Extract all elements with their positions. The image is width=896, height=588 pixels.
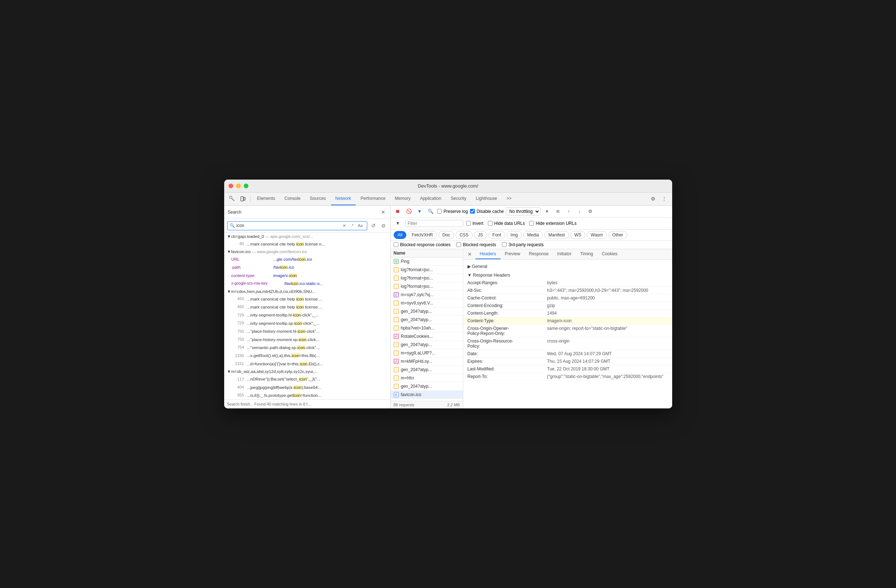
preserve-log-checkbox[interactable] bbox=[437, 209, 442, 213]
type-btn-ws[interactable]: WS bbox=[570, 231, 585, 239]
filter-input[interactable] bbox=[408, 221, 451, 226]
clear-results-button[interactable]: ⊘ bbox=[379, 222, 387, 230]
tab-more[interactable]: >> bbox=[502, 192, 516, 205]
search-result-117[interactable]: 117 ...nDReve"));Bw.set("select_icon",_J… bbox=[224, 375, 390, 383]
clear-network-button[interactable]: 🚫 bbox=[405, 207, 413, 216]
record-stop-button[interactable]: ⏹ bbox=[394, 207, 402, 216]
network-settings-icon[interactable]: ⚙ bbox=[586, 207, 595, 216]
request-m-syg9[interactable]: m=syg9,aLUfP?... bbox=[391, 349, 463, 357]
throttle-dropdown-icon[interactable]: ▾ bbox=[542, 207, 551, 216]
device-toolbar-icon[interactable] bbox=[238, 194, 248, 204]
details-tab-timing[interactable]: Timing bbox=[576, 249, 597, 259]
request-gen204-4[interactable]: gen_204?atyp... bbox=[391, 366, 463, 374]
tab-security[interactable]: Security bbox=[446, 192, 471, 205]
tab-memory[interactable]: Memory bbox=[390, 192, 414, 205]
tab-console[interactable]: Console bbox=[280, 192, 305, 205]
request-log3[interactable]: log?format=jso... bbox=[391, 282, 463, 291]
type-btn-font[interactable]: Font bbox=[489, 231, 505, 239]
search-result-729b[interactable]: 729 ...ivity-segment-tooltip.sp-icon-cli… bbox=[224, 319, 390, 327]
search-close-button[interactable]: ✕ bbox=[379, 209, 387, 216]
type-btn-manifest[interactable]: Manifest bbox=[544, 231, 568, 239]
invert-checkbox[interactable] bbox=[466, 221, 471, 225]
request-gen204-2[interactable]: gen_204?atyp... bbox=[391, 316, 463, 324]
more-options-icon[interactable]: ⋮ bbox=[659, 194, 669, 204]
type-btn-media[interactable]: Media bbox=[523, 231, 543, 239]
tab-elements[interactable]: Elements bbox=[253, 192, 280, 205]
details-tab-response[interactable]: Response bbox=[525, 249, 553, 259]
request-favicon[interactable]: G favicon.ico bbox=[391, 391, 463, 399]
blocked-cookies-checkbox[interactable] bbox=[394, 242, 398, 247]
request-gen204-3[interactable]: gen_204?atyp... bbox=[391, 341, 463, 349]
request-gen204-1[interactable]: gen_204?atyp... bbox=[391, 308, 463, 316]
details-tab-initiator[interactable]: Initiator bbox=[553, 249, 576, 259]
details-tab-preview[interactable]: Preview bbox=[500, 249, 525, 259]
prop-x-google[interactable]: x-google-scs-row-key: /favicon.ico:stati… bbox=[224, 280, 390, 288]
tab-lighthouse[interactable]: Lighthouse bbox=[472, 192, 501, 205]
request-ping[interactable]: ◎ Ping bbox=[391, 257, 463, 266]
throttle-select[interactable]: No throttling Fast 3G Slow 3G Offline bbox=[506, 207, 540, 215]
request-log2[interactable]: log?format=jso... bbox=[391, 274, 463, 282]
prop-path[interactable]: :path /favicon.ico bbox=[224, 263, 390, 271]
type-btn-doc[interactable]: Doc bbox=[439, 231, 454, 239]
tab-sources[interactable]: Sources bbox=[306, 192, 330, 205]
settings-icon[interactable]: ⚙ bbox=[648, 194, 658, 204]
search-group-cb-gapi[interactable]: ▼cb=gapi.loaded_0 — apis.google.com/_scs… bbox=[224, 233, 390, 240]
export-button[interactable]: ↓ bbox=[575, 207, 584, 216]
case-sensitive-button[interactable]: Aa bbox=[356, 223, 364, 228]
type-btn-wasm[interactable]: Wasm bbox=[587, 231, 607, 239]
tab-performance[interactable]: Performance bbox=[357, 192, 390, 205]
prop-url[interactable]: URL ...gle.com/favicon.ico bbox=[224, 255, 390, 263]
minimize-button[interactable] bbox=[236, 184, 241, 188]
maximize-button[interactable] bbox=[244, 184, 248, 188]
request-log1[interactable]: log?format=jso... bbox=[391, 266, 463, 274]
request-hpba[interactable]: hpba?vet=10ah... bbox=[391, 324, 463, 332]
request-rotate[interactable]: ✓ RotateCookies... bbox=[391, 332, 463, 341]
type-btn-img[interactable]: Img bbox=[507, 231, 522, 239]
type-btn-js[interactable]: JS bbox=[474, 231, 487, 239]
request-gen204-5[interactable]: gen_204?atyp... bbox=[391, 382, 463, 391]
search-result-404[interactable]: 404 ...jpeg|jpg|png|tiff|webp|x-icon);ba… bbox=[224, 384, 390, 391]
hide-ext-urls-checkbox[interactable] bbox=[529, 221, 534, 225]
search-result-955[interactable]: 955 ...is,6}};_.fs.prototype.getIcon=fun… bbox=[224, 391, 390, 399]
search-result-450[interactable]: 450 ...mark canonical cite help icon lic… bbox=[224, 295, 390, 303]
close-button[interactable] bbox=[229, 184, 233, 188]
general-section-header[interactable]: ▶ General bbox=[463, 262, 672, 270]
inspect-element-icon[interactable] bbox=[227, 194, 237, 204]
regex-search-button[interactable]: .* bbox=[349, 223, 355, 228]
search-network-button[interactable]: 🔍 bbox=[426, 207, 435, 216]
search-result-2151[interactable]: 2151 ...d=function(a){'{'}var b=this.ico… bbox=[224, 360, 390, 368]
search-result-460[interactable]: 460 ...mark canonical cite help icon lic… bbox=[224, 303, 390, 311]
import-button[interactable]: ↑ bbox=[564, 207, 573, 216]
search-group-m-cdos[interactable]: ▼m=cdos,hsm,jsa,mb4ZUb,d,csi,cEt90b,SNU.… bbox=[224, 288, 390, 295]
search-result-729a[interactable]: 729 ...ivity-segment-tooltip.hl-icon-cli… bbox=[224, 311, 390, 319]
response-headers-section-header[interactable]: ▼ Response Headers bbox=[463, 270, 672, 279]
network-conditions-icon[interactable]: ≋ bbox=[553, 207, 562, 216]
details-tab-headers[interactable]: Headers bbox=[475, 249, 500, 259]
disable-cache-checkbox[interactable] bbox=[470, 209, 475, 213]
search-result-750a[interactable]: 750 ..."place-history-moment.hl-icon-cli… bbox=[224, 327, 390, 335]
search-group-m-sb[interactable]: ▼m=sb_wiz,aa,abd,sy12d,sytt,sytp,sy12c,s… bbox=[224, 368, 390, 375]
request-m-hfcr[interactable]: m=hfcr bbox=[391, 374, 463, 382]
search-result-item[interactable]: 80 ...mark canonical cite help icon lice… bbox=[224, 240, 390, 248]
search-result-2150[interactable]: 2150 ...s.getRoot().el(),a);this.icon=th… bbox=[224, 352, 390, 360]
type-btn-css[interactable]: CSS bbox=[456, 231, 472, 239]
type-btn-all[interactable]: All bbox=[394, 231, 406, 239]
search-input[interactable] bbox=[236, 223, 339, 228]
request-m-kmfp[interactable]: ✓ m=kMFpHd,sy... bbox=[391, 357, 463, 366]
refresh-search-button[interactable]: ↺ bbox=[369, 222, 377, 230]
clear-search-button[interactable]: ✕ bbox=[341, 223, 348, 229]
hide-data-urls-checkbox[interactable] bbox=[488, 221, 492, 225]
request-m-syk7[interactable]: ✓ m=syk7,sylc?xj... bbox=[391, 291, 463, 299]
type-btn-other[interactable]: Other bbox=[608, 231, 627, 239]
filter-funnel-icon[interactable]: ▼ bbox=[394, 219, 402, 228]
search-group-favicon[interactable]: ▼favicon.ico — www.google.com/favicon.ic… bbox=[224, 248, 390, 255]
filter-button[interactable]: ▼ bbox=[415, 207, 424, 216]
details-tab-cookies[interactable]: Cookies bbox=[597, 249, 622, 259]
third-party-checkbox[interactable] bbox=[502, 242, 507, 247]
blocked-requests-checkbox[interactable] bbox=[456, 242, 461, 247]
tab-network[interactable]: Network bbox=[331, 192, 356, 205]
prop-content-type[interactable]: content-type: image/x-icon bbox=[224, 271, 390, 280]
tab-application[interactable]: Application bbox=[416, 192, 446, 205]
search-result-750b[interactable]: 750 ..."place-history-moment.sp-icon-cli… bbox=[224, 336, 390, 344]
details-close-button[interactable]: ✕ bbox=[466, 250, 473, 259]
